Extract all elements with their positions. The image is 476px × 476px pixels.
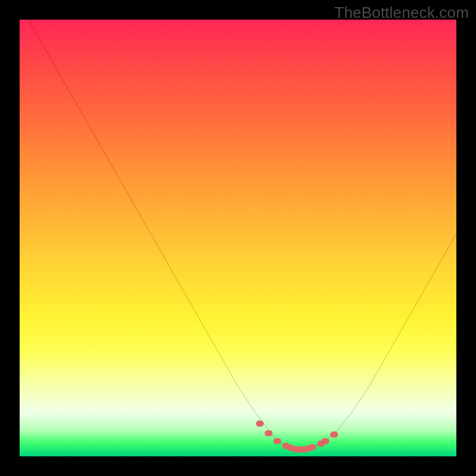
plot-area [20, 20, 456, 456]
watermark-text: TheBottleneck.com [334, 4, 469, 22]
chart-frame: TheBottleneck.com [0, 0, 476, 476]
heat-gradient-background [20, 20, 456, 456]
